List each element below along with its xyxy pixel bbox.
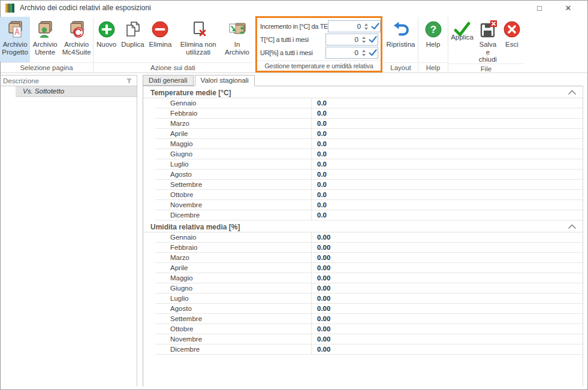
maximize-button[interactable]: □ bbox=[527, 1, 551, 14]
apply-check-icon[interactable] bbox=[367, 49, 378, 56]
table-row[interactable]: Febbraio0.00 bbox=[155, 243, 583, 253]
button-label: Archivio Progetto bbox=[2, 41, 28, 56]
table-row[interactable]: Ottobre0.0 bbox=[155, 190, 583, 200]
month-label: Ottobre bbox=[155, 190, 311, 199]
table-row[interactable]: Luglio0.0 bbox=[155, 159, 583, 170]
t-tutti-mesi-spinner[interactable]: 0 bbox=[325, 34, 378, 46]
spin-down-button[interactable] bbox=[362, 41, 366, 43]
nuovo-button[interactable]: Nuovo bbox=[95, 17, 118, 62]
value-cell[interactable]: 0.0 bbox=[311, 149, 583, 159]
applica-button[interactable]: Applica bbox=[449, 17, 475, 64]
value-cell[interactable]: 0.0 bbox=[311, 139, 583, 149]
value-cell[interactable]: 0.0 bbox=[311, 190, 583, 199]
apply-check-icon[interactable] bbox=[370, 23, 380, 30]
value-cell[interactable]: 0.00 bbox=[311, 294, 583, 303]
table-row[interactable]: Gennaio0.00 bbox=[155, 232, 583, 243]
esci-button[interactable]: Esci bbox=[500, 17, 523, 64]
archivio-progetto-button[interactable]: Archivio Progetto bbox=[0, 17, 29, 62]
value-cell[interactable]: 0.00 bbox=[311, 283, 583, 293]
value-cell[interactable]: 0.0 bbox=[311, 98, 583, 108]
duplica-button[interactable]: Duplica bbox=[119, 17, 146, 62]
value-cell[interactable]: 0.00 bbox=[311, 273, 583, 283]
value-cell[interactable]: 0.0 bbox=[311, 180, 583, 189]
table-row[interactable]: Marzo0.00 bbox=[155, 253, 583, 263]
descrizione-column-header[interactable]: Descrizione bbox=[1, 75, 137, 86]
table-row[interactable]: Aprile0.0 bbox=[155, 129, 583, 139]
incremento-te-spinner[interactable]: 0 bbox=[328, 20, 381, 32]
table-row[interactable]: Febbraio0.0 bbox=[155, 108, 583, 119]
value-cell[interactable]: 0.00 bbox=[311, 314, 583, 324]
in-archivio-button[interactable]: In Archivio bbox=[223, 17, 251, 62]
tab-dati-generali[interactable]: Dati generali bbox=[143, 75, 194, 86]
valori-stagionali-panel: Temperature medie [°C] Gennaio0.0Febbrai… bbox=[143, 86, 583, 386]
table-row[interactable]: Novembre0.00 bbox=[155, 334, 583, 344]
value-cell[interactable]: 0.0 bbox=[311, 119, 583, 128]
tree-indent bbox=[1, 86, 16, 97]
table-row[interactable]: Marzo0.0 bbox=[155, 119, 583, 129]
table-row[interactable]: Maggio0.0 bbox=[155, 139, 583, 149]
month-label: Aprile bbox=[155, 263, 311, 273]
value-cell[interactable]: 0.0 bbox=[311, 210, 583, 220]
value-cell[interactable]: 0.00 bbox=[311, 344, 583, 354]
table-row[interactable]: Ottobre0.00 bbox=[155, 324, 583, 334]
table-row[interactable]: Luglio0.00 bbox=[155, 294, 583, 304]
table-row[interactable]: Agosto0.0 bbox=[155, 170, 583, 180]
table-row[interactable]: Giugno0.0 bbox=[155, 149, 583, 159]
window-title: Archivio dei codici relativi alle esposi… bbox=[20, 4, 527, 12]
table-row[interactable]: Settembre0.0 bbox=[155, 180, 583, 190]
table-row[interactable]: Novembre0.0 bbox=[155, 200, 583, 210]
value-cell[interactable]: 0.00 bbox=[311, 253, 583, 262]
spinner-value[interactable]: 0 bbox=[326, 49, 360, 56]
archivio-mc4suite-button[interactable]: Archivio Mc4Suite bbox=[61, 17, 93, 62]
value-cell[interactable]: 0.0 bbox=[311, 159, 583, 169]
value-cell[interactable]: 0.0 bbox=[311, 108, 583, 118]
table-row[interactable]: Dicembre0.00 bbox=[155, 344, 583, 355]
sidebar-item-vs-sottotetto[interactable]: Vs. Sottotetto bbox=[1, 86, 137, 97]
group-label: Layout bbox=[384, 62, 417, 72]
ripristina-button[interactable]: Ripristina bbox=[385, 17, 417, 62]
value-cell[interactable]: 0.00 bbox=[311, 232, 583, 242]
spinner-value[interactable]: 0 bbox=[328, 23, 363, 30]
value-cell[interactable]: 0.00 bbox=[311, 243, 583, 252]
spin-up-button[interactable] bbox=[364, 23, 368, 26]
elimina-button[interactable]: Elimina bbox=[147, 17, 174, 62]
table-row[interactable]: Dicembre0.0 bbox=[155, 210, 583, 220]
value-cell[interactable]: 0.0 bbox=[311, 170, 583, 179]
spin-down-button[interactable] bbox=[364, 28, 368, 30]
table-row[interactable]: Maggio0.00 bbox=[155, 273, 583, 283]
value-cell[interactable]: 0.00 bbox=[311, 324, 583, 334]
value-cell[interactable]: 0.00 bbox=[311, 334, 583, 344]
value-cell[interactable]: 0.0 bbox=[311, 129, 583, 138]
spinner-value[interactable]: 0 bbox=[326, 36, 360, 43]
t-tutti-mesi-row: T[°C] a tutti i mesi 0 bbox=[260, 34, 378, 46]
month-label: Settembre bbox=[155, 314, 311, 324]
ribbon-group-file: Applica Salva e chiudi bbox=[449, 16, 523, 72]
table-row[interactable]: Agosto0.00 bbox=[155, 304, 583, 314]
close-button[interactable]: ✕ bbox=[556, 1, 580, 14]
apply-check-icon[interactable] bbox=[367, 36, 378, 43]
table-row[interactable]: Gennaio0.0 bbox=[155, 98, 583, 108]
button-label: Elimina bbox=[149, 41, 172, 49]
table-row[interactable]: Settembre0.00 bbox=[155, 314, 583, 324]
spin-up-button[interactable] bbox=[362, 37, 366, 39]
month-label: Settembre bbox=[155, 180, 311, 189]
value-cell[interactable]: 0.00 bbox=[311, 263, 583, 273]
spin-up-button[interactable] bbox=[362, 50, 366, 52]
elimina-non-utilizzati-button[interactable]: Elimina non utilizzati bbox=[174, 17, 222, 62]
salva-e-chiudi-button[interactable]: Salva e chiudi bbox=[477, 17, 499, 64]
tab-valori-stagionali[interactable]: Valori stagionali bbox=[195, 75, 255, 86]
table-row[interactable]: Aprile0.00 bbox=[155, 263, 583, 273]
help-button[interactable]: ? Help bbox=[422, 17, 445, 62]
filter-icon[interactable] bbox=[126, 78, 132, 84]
value-cell[interactable]: 0.00 bbox=[311, 304, 583, 313]
ur-tutti-mesi-spinner[interactable]: 0 bbox=[325, 47, 378, 59]
chevron-up-icon[interactable] bbox=[568, 224, 577, 229]
nuovo-icon bbox=[97, 20, 116, 39]
value-cell[interactable]: 0.0 bbox=[311, 200, 583, 210]
chevron-up-icon[interactable] bbox=[568, 90, 577, 95]
section-header[interactable]: Umidita relativa media [%] bbox=[143, 220, 583, 232]
table-row[interactable]: Giugno0.00 bbox=[155, 283, 583, 294]
section-header[interactable]: Temperature medie [°C] bbox=[143, 86, 583, 98]
spin-down-button[interactable] bbox=[362, 54, 366, 56]
archivio-utente-button[interactable]: Archivio Utente bbox=[31, 17, 59, 62]
